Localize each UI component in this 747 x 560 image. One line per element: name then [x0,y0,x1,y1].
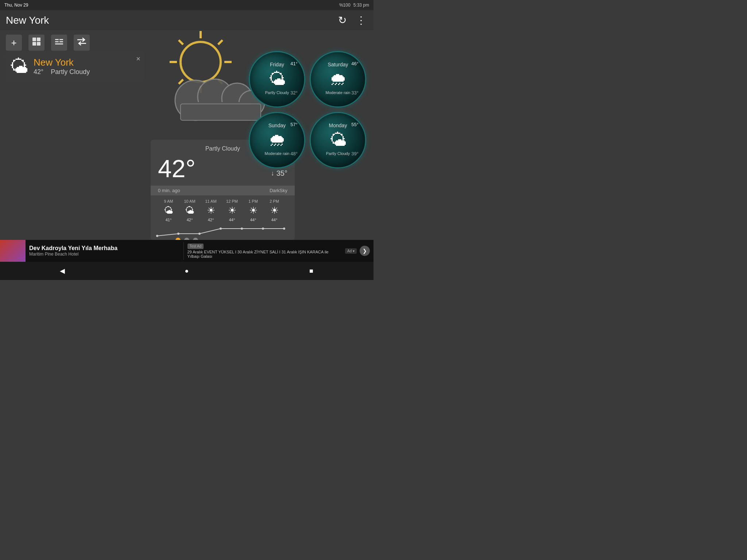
ad-title: Dev Kadroyla Yeni Yıla Merhaba [29,245,180,252]
status-bar: Thu, Nov 29 %100 5:33 pm [0,0,374,10]
swap-icon [77,38,87,48]
forecast-condition: Partly Cloudy [265,90,289,95]
forecast-day: Sunday [268,122,286,128]
add-button[interactable]: + [6,35,22,51]
forecast-circle: Saturday 🌧 Moderate rain 46° 33° [310,51,366,108]
hour-item: 1 PM ☀ 44° [243,199,264,222]
svg-rect-2 [32,42,36,46]
hour-temp: 41° [166,218,172,222]
data-source: DarkSky [270,188,287,193]
updated-bar: 0 min. ago DarkSky [151,186,295,195]
hour-item: 9 AM 🌤 41° [158,199,179,222]
svg-point-29 [262,228,264,230]
forecast-hi: 57° [290,122,298,127]
svg-line-14 [179,79,183,84]
hour-label: 10 AM [184,199,195,203]
status-time: 5:33 pm [353,3,369,8]
svg-line-16 [179,40,183,44]
forecast-icon: 🌧 [329,69,347,89]
refresh-icon: ↻ [338,14,347,26]
forecast-hi: 46° [351,61,359,66]
hour-item: 10 AM 🌤 42° [179,199,200,222]
hour-item: 12 PM ☀ 44° [221,199,243,222]
svg-line-10 [218,40,222,44]
hour-label: 12 PM [226,199,238,203]
ad-next-button[interactable]: ❯ [360,246,370,256]
ad-image [0,240,26,262]
forecast-grid: Friday 🌤 Partly Cloudy 41° 32° Saturday … [249,51,366,168]
battery-indicator: %100 [339,3,351,8]
current-weather-card: 🌤 New York 42° Partly Cloudy × [4,51,144,82]
hour-label: 1 PM [248,199,258,203]
forecast-lo: 39° [351,151,359,156]
last-updated: 0 min. ago [158,188,180,193]
hour-temp: 42° [208,218,214,222]
forecast-lo: 32° [290,90,298,96]
list-button[interactable] [51,35,67,51]
hour-temp: 44° [229,218,235,222]
svg-rect-0 [32,38,36,41]
hourly-row: 9 AM 🌤 41° 10 AM 🌤 42° 11 AM ☀ 42° 12 PM… [158,195,287,222]
hour-item: 2 PM ☀ 44° [264,199,285,222]
forecast-icon: 🌤 [329,130,347,150]
svg-point-7 [58,39,60,40]
svg-point-17 [181,42,221,82]
svg-point-27 [220,228,222,230]
hour-label: 11 AM [205,199,216,203]
hour-temp: 44° [250,218,256,222]
forecast-lo: 48° [290,151,298,156]
down-arrow: ↓ [271,170,274,177]
hour-icon: ☀ [228,205,236,216]
menu-button[interactable]: ⋮ [355,14,368,27]
home-button[interactable]: ● [176,264,198,278]
swap-button[interactable] [74,35,90,51]
svg-rect-6 [55,43,63,44]
ad-thumbnail [0,240,26,262]
forecast-circle: Friday 🌤 Partly Cloudy 41° 32° [249,51,305,108]
hour-label: 9 AM [164,199,173,203]
status-date: Thu, Nov 29 [4,3,28,8]
main-temperature: 42° [158,154,196,183]
ad-bar: Dev Kadroyla Yeni Yıla Merhaba Maritim P… [0,240,374,262]
forecast-day: Friday [270,62,284,67]
hour-item: 11 AM ☀ 42° [200,199,221,222]
ad-middle-text: 29 Aralık EVENT YÜKSEL I 30 Aralık ZİYNE… [187,250,338,258]
forecast-hi: 41° [290,61,298,66]
hour-icon: ☀ [207,205,215,216]
forecast-icon: 🌤 [268,69,286,89]
refresh-button[interactable]: ↻ [336,14,349,27]
page-title: New York [6,15,49,26]
ad-label[interactable]: Ad ▾ [345,248,357,254]
grid-icon [32,37,41,48]
forecast-condition: Partly Cloudy [326,151,350,156]
recent-apps-button[interactable]: ■ [300,264,322,278]
hour-temp: 42° [187,218,193,222]
hour-temp: 44° [271,218,278,222]
forecast-condition: Moderate rain [265,151,290,156]
ad-middle-content: Test Ad 29 Aralık EVENT YÜKSEL I 30 Aral… [183,242,342,260]
hour-icon: ☀ [249,205,258,216]
grid-button[interactable] [28,35,44,51]
svg-point-25 [177,233,179,235]
svg-point-30 [283,228,285,230]
nav-bar: ◀ ● ■ [0,262,374,280]
svg-point-28 [241,228,243,230]
current-weather-icon: 🌤 [9,55,28,77]
forecast-circle: Sunday 🌧 Moderate rain 57° 48° [249,112,305,168]
forecast-day: Monday [329,122,347,128]
svg-rect-3 [37,42,40,46]
forecast-circle: Monday 🌤 Partly Cloudy 55° 39° [310,112,366,168]
current-temp-condition: 42° Partly Cloudy [34,68,90,76]
ad-right: Ad ▾ ❯ [341,246,374,256]
current-city-name: New York [34,57,90,68]
add-icon: + [11,37,16,48]
svg-point-26 [198,233,201,235]
back-button[interactable]: ◀ [51,264,73,278]
test-ad-badge: Test Ad [187,244,204,249]
hour-label: 2 PM [270,199,279,203]
svg-rect-1 [37,38,40,41]
ad-content: Dev Kadroyla Yeni Yıla Merhaba Maritim P… [26,244,183,258]
list-icon [54,38,64,47]
low-temp: 35° [276,169,287,178]
ad-subtitle: Maritim Pine Beach Hotel [29,252,180,257]
